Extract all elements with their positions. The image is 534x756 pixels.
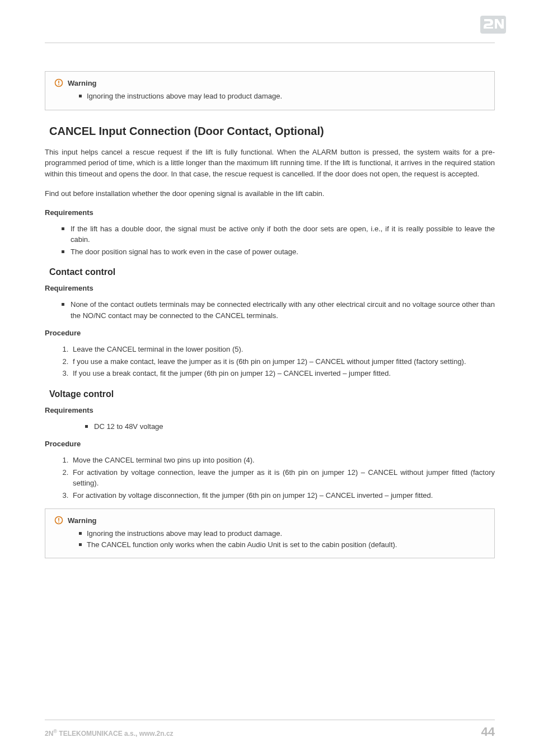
warning-title: Warning <box>68 79 97 87</box>
subsection-heading: Voltage control <box>49 389 495 399</box>
svg-rect-3 <box>58 84 59 85</box>
warning-item: The CANCEL function only works when the … <box>79 539 485 550</box>
warning-title: Warning <box>68 516 97 525</box>
list-item: For activation by voltage connection, le… <box>71 467 495 489</box>
footer-divider <box>45 720 495 720</box>
warning-item: Ignoring the instructions above may lead… <box>79 91 485 102</box>
warning-icon <box>54 78 63 87</box>
list-item: Leave the CANCEL terminal in the lower p… <box>71 344 495 355</box>
procedure-heading: Procedure <box>45 440 495 448</box>
procedure-heading: Procedure <box>45 329 495 337</box>
requirements-heading: Requirements <box>45 284 495 292</box>
paragraph: Find out before installation whether the… <box>45 188 495 199</box>
header-divider <box>45 43 495 43</box>
list-item: The door position signal has to work eve… <box>62 246 495 258</box>
requirements-heading: Requirements <box>45 406 495 414</box>
warning-icon <box>54 516 63 525</box>
list-item: f you use a make contact, leave the jump… <box>71 356 495 367</box>
page-number: 44 <box>481 725 495 739</box>
svg-rect-2 <box>58 81 59 83</box>
requirements-heading: Requirements <box>45 208 495 217</box>
warning-callout-2: Warning Ignoring the instructions above … <box>45 508 495 558</box>
list-item: If the lift has a double door, the signa… <box>62 223 495 245</box>
list-item: DC 12 to 48V voltage <box>85 421 495 432</box>
warning-item: Ignoring the instructions above may lead… <box>79 528 485 539</box>
page-footer: 2N® TELEKOMUNIKACE a.s., www.2n.cz 44 <box>45 720 495 739</box>
list-item: For activation by voltage disconnection,… <box>71 490 495 501</box>
section-heading: CANCEL Input Connection (Door Contact, O… <box>49 125 495 138</box>
warning-callout-1: Warning Ignoring the instructions above … <box>45 71 495 110</box>
list-item: Move the CANCEL terminal two pins up int… <box>71 455 495 466</box>
list-item: If you use a break contact, fit the jump… <box>71 368 495 379</box>
list-item: None of the contact outlets terminals ma… <box>62 299 495 321</box>
brand-logo <box>480 16 506 34</box>
paragraph: This input helps cancel a rescue request… <box>45 147 495 180</box>
footer-company: 2N® TELEKOMUNIKACE a.s., www.2n.cz <box>45 729 174 738</box>
svg-rect-6 <box>58 521 59 522</box>
svg-rect-5 <box>58 518 59 521</box>
subsection-heading: Contact control <box>49 267 495 277</box>
